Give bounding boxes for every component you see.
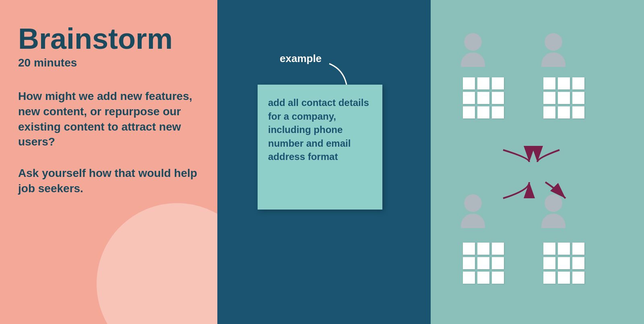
person-head: [464, 33, 482, 51]
sticky-note-text: add all contact details for a company, i…: [268, 96, 372, 164]
right-panel: [431, 0, 644, 324]
person-body: [461, 52, 485, 67]
squares-grid-tr-top: [543, 77, 584, 118]
person-top-right: [541, 33, 566, 67]
squares-grid-tl-top: [463, 77, 504, 118]
main-title: Brainstorm: [18, 24, 199, 53]
person-top-left: [461, 33, 485, 67]
person-head: [545, 33, 562, 51]
body-question: How might we add new features, new conte…: [18, 89, 199, 150]
sticky-note: add all contact details for a company, i…: [258, 85, 382, 210]
person-body: [541, 52, 566, 67]
example-label: example: [280, 52, 322, 65]
squares-grid-bl-top: [463, 243, 504, 284]
left-panel: Brainstorm 20 minutes How might we add n…: [0, 0, 217, 324]
person-head: [464, 194, 482, 212]
person-bottom-right: [541, 194, 566, 228]
ask-question: Ask yourself how that would help job see…: [18, 166, 199, 196]
person-head: [545, 194, 562, 212]
persons-diagram: [441, 25, 634, 299]
person-body: [541, 214, 566, 228]
person-bottom-left: [461, 194, 485, 228]
time-subtitle: 20 minutes: [18, 56, 199, 69]
person-body: [461, 214, 485, 228]
middle-panel: example add all contact details for a co…: [217, 0, 431, 324]
squares-grid-br-top: [543, 243, 584, 284]
